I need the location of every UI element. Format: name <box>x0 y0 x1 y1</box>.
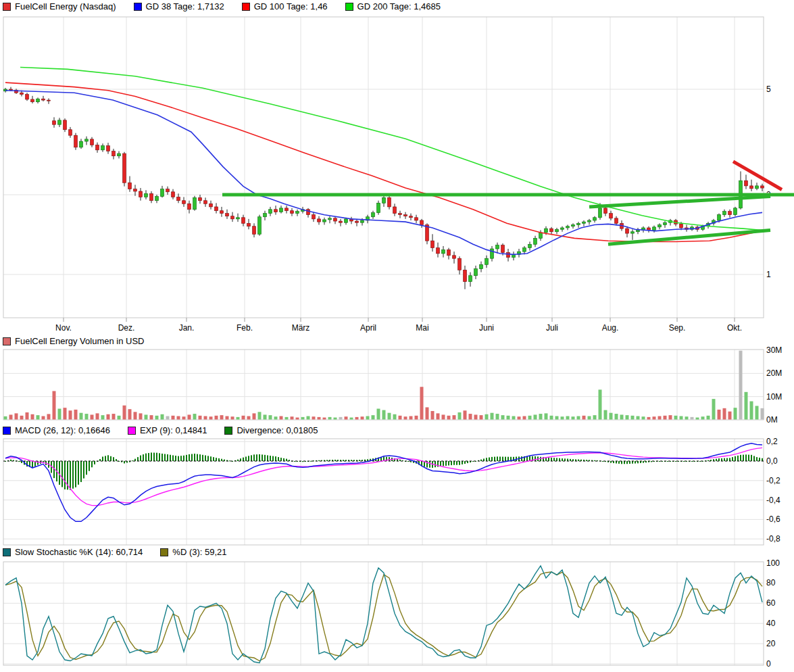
volume-marker-icon <box>3 337 11 345</box>
y-axis-tick-label: 10M <box>766 392 782 402</box>
legend-item-stoch-k: Slow Stochastic %K (14): 60,714 <box>3 547 143 557</box>
y-axis-tick-label: 20 <box>766 639 776 648</box>
stochastic-legend: Slow Stochastic %K (14): 60,714 %D (3): … <box>3 547 227 557</box>
stoch-k-marker-icon <box>3 548 11 556</box>
y-axis-tick-label: 100 <box>766 558 780 568</box>
stoch-d-marker-icon <box>160 548 168 556</box>
y-axis-tick-label: 0 <box>766 659 771 669</box>
legend-item-volume: FuelCell Energy Volumen in USD <box>3 336 144 346</box>
gd100-line <box>5 82 762 241</box>
gd38-label: GD 38 Tage: 1,7132 <box>146 1 224 11</box>
macd-legend: MACD (26, 12): 0,16646 EXP (9): 0,14841 … <box>3 425 318 435</box>
x-axis-month-label: Nov. <box>55 323 72 333</box>
x-axis-month-label: Feb. <box>237 323 253 333</box>
legend-item-divergence: Divergence: 0,01805 <box>224 425 318 435</box>
volume-legend: FuelCell Energy Volumen in USD <box>3 336 144 346</box>
y-axis-tick-label: 40 <box>766 619 776 628</box>
y-axis-tick-label: 5 <box>766 85 771 94</box>
x-axis-month-label: Aug. <box>602 323 619 333</box>
stock-chart-page: { "title": "FuelCell Energy (Nasdaq) Cha… <box>0 0 794 672</box>
gd200-marker-icon <box>345 3 353 11</box>
stoch-d-label: %D (3): 59,21 <box>172 547 226 557</box>
stoch-k-line <box>5 566 762 663</box>
candles-series <box>4 87 764 289</box>
divergence-label: Divergence: 0,01805 <box>237 425 318 435</box>
x-axis-month-label: Dez. <box>118 323 135 333</box>
gd100-marker-icon <box>242 3 250 11</box>
y-axis-tick-label: -0,6 <box>766 514 780 524</box>
gd200-label: GD 200 Tage: 1,4685 <box>357 1 441 11</box>
y-axis-tick-label: 0,0 <box>766 456 778 466</box>
legend-item-price-series: FuelCell Energy (Nasdaq) <box>3 1 116 11</box>
x-axis-month-label: April <box>360 323 376 333</box>
trend-line-channel-upper <box>589 197 770 207</box>
x-axis-month-label: Juli <box>546 323 558 333</box>
x-axis-month-label: Okt. <box>727 323 742 333</box>
x-axis-month-label: Juni <box>479 323 494 333</box>
x-axis-month-label: Mai <box>416 323 428 333</box>
macd-marker-icon <box>3 427 11 435</box>
trend-lines-layer <box>222 162 794 245</box>
exp-marker-icon <box>128 427 136 435</box>
y-axis-tick-label: -0,8 <box>766 534 780 544</box>
x-axis-month-label: März <box>292 323 310 333</box>
legend-item-gd38: GD 38 Tage: 1,7132 <box>134 1 224 11</box>
legend-item-macd: MACD (26, 12): 0,16646 <box>3 425 110 435</box>
stochastic-lines-layer <box>5 566 762 663</box>
y-axis-tick-label: 30M <box>766 345 782 355</box>
legend-item-stoch-d: %D (3): 59,21 <box>160 547 226 557</box>
macd-lines-layer <box>5 443 762 522</box>
legend-item-gd200: GD 200 Tage: 1,4685 <box>345 1 441 11</box>
legend-item-gd100: GD 100 Tage: 1,46 <box>242 1 328 11</box>
stoch-k-label: Slow Stochastic %K (14): 60,714 <box>15 547 143 557</box>
exp-label: EXP (9): 0,14841 <box>140 425 207 435</box>
price-series-label: FuelCell Energy (Nasdaq) <box>15 1 116 11</box>
y-axis-tick-label: 1 <box>766 270 771 279</box>
y-axis-tick-label: 60 <box>766 598 776 608</box>
x-axis-month-label: Sep. <box>669 323 686 333</box>
price-legend: FuelCell Energy (Nasdaq) GD 38 Tage: 1,7… <box>3 1 441 11</box>
volume-label: FuelCell Energy Volumen in USD <box>15 336 144 346</box>
x-axis-month-label: Jan. <box>179 323 195 333</box>
legend-item-exp: EXP (9): 0,14841 <box>128 425 207 435</box>
y-axis-tick-label: 0,2 <box>766 437 778 446</box>
macd-label: MACD (26, 12): 0,16646 <box>15 425 110 435</box>
gd100-label: GD 100 Tage: 1,46 <box>254 1 328 11</box>
y-axis-tick-label: 0M <box>766 415 778 425</box>
divergence-marker-icon <box>224 427 232 435</box>
axis-labels-layer: 52130M20M10M0M0,20,0-0,2-0,4-0,6-0,81008… <box>55 85 782 669</box>
gd38-marker-icon <box>134 3 142 11</box>
gd200-line <box>20 68 762 231</box>
y-axis-tick-label: 20M <box>766 368 782 378</box>
macd-line <box>5 443 762 522</box>
y-axis-tick-label: -0,2 <box>766 476 780 485</box>
y-axis-tick-label: 80 <box>766 578 776 587</box>
price-series-marker-icon <box>3 3 11 11</box>
volume-series <box>4 351 764 420</box>
stoch-d-line <box>5 572 762 661</box>
y-axis-tick-label: -0,4 <box>766 496 780 505</box>
